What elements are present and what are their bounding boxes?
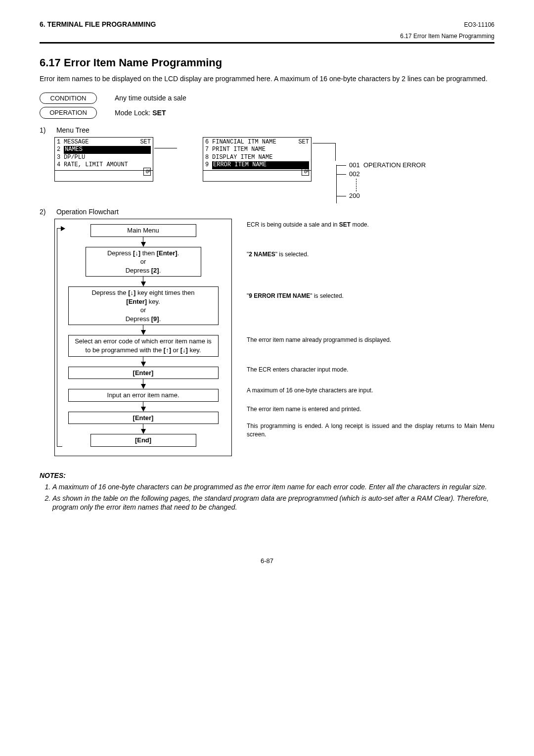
condition-text: Any time outside a sale [115,94,494,103]
t: or [140,258,146,265]
notes-section: NOTES: A maximum of 16 one-byte characte… [40,471,494,513]
d: mode. [351,221,369,228]
menu-box-2: SET 6FINANCIAL ITM NAME 7PRINT ITEM NAME… [203,137,312,182]
flow-step-4: Select an error code of which error item… [68,335,219,356]
t: [Enter] [157,249,178,257]
condition-pill: CONDITION [40,93,97,104]
menu1-n3: 4 [57,161,64,169]
operation-prefix: Mode Lock: [115,109,152,117]
chapter-title: 6. TERMINAL FILE PROGRAMMING [40,20,156,29]
flow-enter-2: [Enter] [68,412,219,425]
menu1-n0: 1 [57,139,64,146]
note-2: As shown in the table on the following p… [52,494,494,513]
d: 2 NAMES [249,251,275,258]
menu1-n2: 3 [57,154,64,162]
operation-pill: OPERATION [40,107,97,119]
menu2-l3: ERROR ITEM NAME [212,161,309,169]
sec1-title: Menu Tree [56,126,89,134]
arrow-icon [141,384,146,389]
menu2-n1: 7 [205,146,212,154]
menu2-n2: 8 [205,154,212,162]
d: " is selected. [275,251,309,258]
t: key eight times then [135,289,194,296]
arrow-icon [141,429,146,434]
t: . [178,249,179,257]
t: [2] [151,267,159,274]
menu2-n3: 9 [205,161,212,169]
flow-descriptions: ECR is being outside a sale and in SET m… [247,219,494,456]
t: or [171,346,180,354]
flow-step-3: Depress the [↓] key eight times then [En… [68,286,219,325]
sec2-title: Operation Flowchart [56,208,119,216]
page-number: 6-87 [40,557,494,566]
d5: The ECR enters character input mode. [247,366,494,374]
menu2-l0: FINANCIAL ITM NAME [212,139,309,146]
menu1-l1: NAMES [64,146,151,154]
menu1-botnum: 0 [143,168,151,176]
menu2-l2: DISPLAY ITEM NAME [212,154,309,162]
flow-main-menu: Main Menu [90,224,196,237]
page-title: 6.17 Error Item Name Programming [40,55,494,70]
t: Depress [126,267,151,274]
d: " is selected. [310,292,344,299]
err-001: 001 [349,161,360,169]
breadcrumb: 6.17 Error Item Name Programming [40,32,494,40]
d: SET [339,221,351,228]
flow-input-name: Input an error item name. [68,389,219,402]
menu1-n1: 2 [57,146,64,154]
t: or [140,306,146,314]
t: [↓] [133,249,140,257]
t: Depress the [91,289,128,296]
t: [Enter] [126,298,147,305]
err-200: 200 [349,192,360,199]
t: key. [188,346,201,354]
note-1: A maximum of 16 one-byte characters can … [52,482,494,492]
err-001-lbl: OPERATION ERROR [363,161,426,169]
doc-id: EO3-11106 [464,21,494,29]
t: [9] [151,315,159,323]
menu1-l3: RATE, LIMIT AMOUNT [64,161,151,169]
menu-tree: SET 1MESSAGE 2NAMES 3DP/PLU 4RATE, LIMIT… [54,137,494,201]
loop-rail [57,228,62,447]
t: . [159,315,161,323]
error-code-list: 001 OPERATION ERROR 002 200 [336,161,426,201]
t: key. [147,298,160,305]
d4: The error item name already programmed i… [247,336,494,344]
t: Depress [126,315,151,323]
d: 9 ERROR ITEM NAME [249,292,310,299]
arrow-icon [141,282,146,286]
arrow-icon [141,362,146,367]
menu1-l2: DP/PLU [64,154,151,162]
arrow-icon [141,330,146,335]
t: . [159,267,161,274]
menu-box-1: SET 1MESSAGE 2NAMES 3DP/PLU 4RATE, LIMIT… [54,137,153,182]
t: [↓] [128,289,135,296]
t: Depress [107,249,133,257]
menu1-topright: SET [140,139,151,146]
flow-step-2: Depress [↓] then [Enter]. or Depress [2]… [86,247,201,277]
sec2-num: 2) [40,207,54,217]
d8: This programming is ended. A long receip… [247,422,494,438]
menu2-topright: SET [298,139,309,146]
t: [↑] [164,346,171,354]
t: [↓] [180,346,188,354]
intro-text: Error item names to be displayed on the … [40,74,494,84]
arrow-icon [141,242,146,247]
header-rule [40,42,494,44]
flowchart: Main Menu Depress [↓] then [Enter]. or D… [54,219,232,456]
operation-text: Mode Lock: SET [115,108,494,118]
flow-end: [End] [90,434,196,447]
operation-bold: SET [152,109,166,117]
d7: The error item name is entered and print… [247,405,494,413]
menu2-botnum: 0 [302,168,309,176]
menu2-n0: 6 [205,139,212,146]
t: then [140,249,157,257]
arrow-icon [141,407,146,412]
d6: A maximum of 16 one-byte characters are … [247,386,494,394]
flow-enter-1: [Enter] [68,367,219,379]
sec1-num: 1) [40,126,54,135]
menu2-l1: PRINT ITEM NAME [212,146,309,154]
d: ECR is being outside a sale and in [247,221,339,228]
notes-title: NOTES: [40,471,494,480]
err-002: 002 [349,170,360,178]
